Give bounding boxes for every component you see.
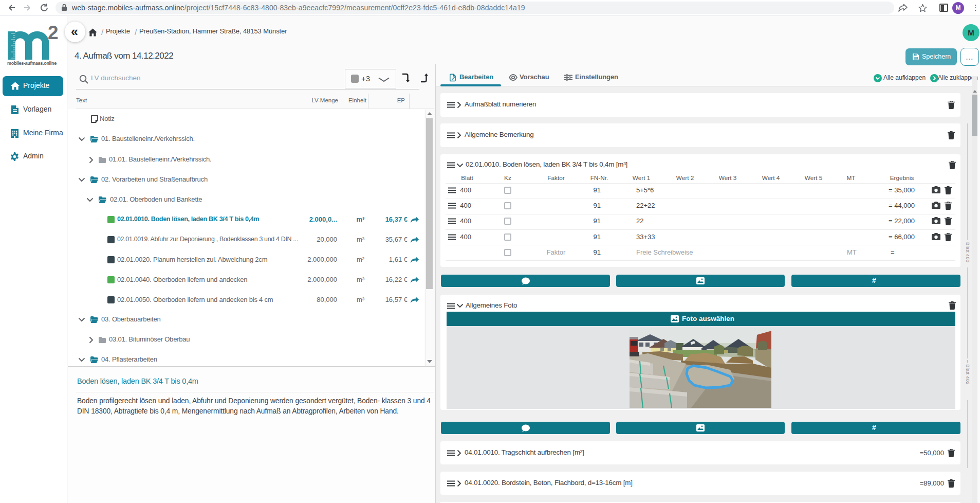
svg-text:2: 2: [48, 22, 58, 43]
svg-text:mobiles-aufmass.online: mobiles-aufmass.online: [7, 61, 57, 66]
